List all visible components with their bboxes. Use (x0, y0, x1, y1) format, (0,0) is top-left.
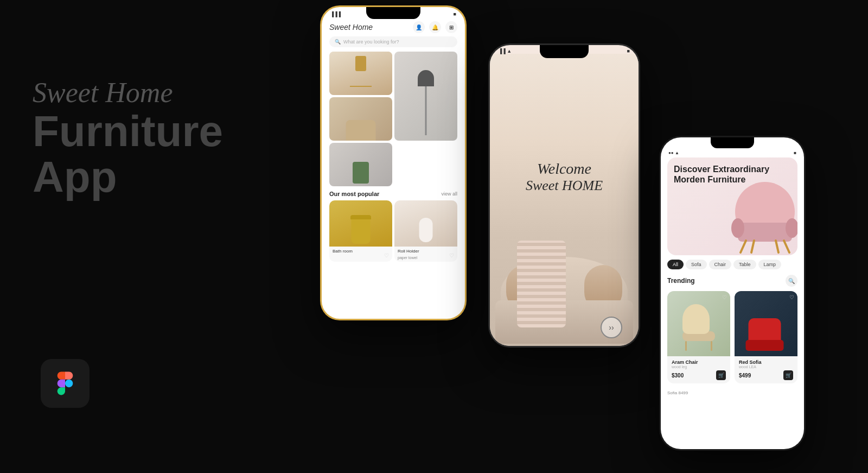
roll-product-name: Roll Holder (394, 247, 457, 256)
phone2-sweet-home-text: Sweet HOME (526, 178, 603, 194)
red-sofa-image: ♡ (735, 291, 797, 356)
search-icon: 🔍 (335, 39, 341, 45)
phone2-battery: ■ (627, 48, 630, 54)
bathroom-heart-icon[interactable]: ♡ (384, 253, 389, 258)
svg-line-4 (751, 241, 754, 253)
phone3-hero-card: Discover Extraordinary Morden Furniture (667, 157, 797, 255)
phone1-notch (366, 7, 420, 19)
brand-line1: Furniture (33, 110, 223, 153)
phone1-battery: ■ (454, 11, 456, 17)
phone3-trending-header: Trending 🔍 (661, 275, 804, 287)
sofia-badge-area: Sofia 8499 (661, 383, 804, 400)
aram-heart-icon[interactable]: ♡ (722, 294, 727, 300)
phone3-trend-cards: ♡ Aram Chair wood leg $300 🛒 (661, 291, 804, 383)
phone1-bell-icon[interactable]: 🔔 (429, 21, 441, 33)
aram-chair-shape (682, 304, 715, 351)
phone1-popular-header: Our most popular view all (322, 191, 465, 197)
grid-img-floor-lamp[interactable] (394, 52, 457, 141)
aram-sub: wood leg (672, 365, 726, 369)
phone1-signal: ▐▐▐ (330, 11, 341, 17)
sofia-sub: wood LEA (739, 365, 793, 369)
knit-blanket (517, 241, 566, 327)
phone3-signal: ●● ▲ (668, 150, 679, 155)
cat-sofa[interactable]: Sofa (686, 260, 707, 269)
phone1-search-bar[interactable]: 🔍 What are you looking for? (329, 36, 457, 47)
phone1-profile-icon[interactable]: 👤 (413, 21, 425, 33)
cat-chair[interactable]: Chair (709, 260, 732, 269)
phone1-products-grid: Bath room ♡ Roll Holder paper towel ♡ (329, 200, 457, 262)
phone1-grid-icon[interactable]: ⊞ (445, 21, 457, 33)
phone3-battery: ■ (794, 150, 796, 155)
sofia-price: $499 (739, 373, 751, 379)
sofia-heart-icon[interactable]: ♡ (789, 294, 794, 300)
grid-img-lamp[interactable] (329, 52, 392, 95)
brand-line2: App (33, 155, 223, 199)
brand-area: Sweet Home Furniture App (33, 76, 223, 199)
svg-rect-1 (738, 223, 792, 242)
phone1-title: Sweet Home (329, 23, 373, 31)
phone1-device: ▐▐▐ ■ Sweet Home 👤 🔔 ⊞ 🔍 What are you lo… (320, 5, 467, 320)
cat-all[interactable]: All (667, 260, 684, 269)
svg-point-6 (731, 218, 744, 238)
sofia-name: Red Sofia (739, 360, 793, 365)
phone2-signal: ▐▐ ▲ (499, 48, 512, 54)
phone2-background: Welcome Sweet HOME ›› (490, 54, 639, 346)
phone2-device: ▐▐ ▲ 07:00 ■ Welcome Sweet HOME ›› (488, 43, 640, 348)
bathroom-product-name: Bath room (329, 247, 392, 256)
grid-img-plant[interactable] (329, 143, 392, 186)
sofia-cart-button[interactable]: 🛒 (783, 370, 793, 380)
aram-name: Aram Chair (672, 360, 726, 365)
phone1-image-grid (329, 52, 457, 186)
aram-price: $300 (672, 373, 684, 379)
product-card-roll[interactable]: Roll Holder paper towel ♡ (394, 200, 457, 262)
phone2-notch (540, 45, 589, 58)
svg-line-5 (776, 241, 778, 253)
red-sofa-shape (749, 318, 784, 351)
brand-script: Sweet Home (33, 76, 223, 110)
aram-cart-button[interactable]: 🛒 (716, 370, 726, 380)
sofia-bottom: $499 🛒 (739, 370, 793, 380)
phone3-categories: All Sofa Chair Table Lamp (661, 260, 804, 269)
grid-img-armchair[interactable] (329, 97, 392, 141)
trending-search-icon[interactable]: 🔍 (786, 275, 797, 287)
phone2-welcome-text: Welcome (526, 160, 603, 178)
sofia-badge-label: Sofia 8499 (667, 390, 688, 395)
trend-card-sofia[interactable]: ♡ Red Sofia wood LEA $499 🛒 (735, 291, 797, 383)
view-all-link[interactable]: view all (441, 191, 457, 197)
trending-title: Trending (667, 277, 695, 285)
phone2-next-button[interactable]: ›› (601, 317, 622, 338)
phone3-device: ●● ▲ ■ Discover Extraordinary Morden Fur… (659, 136, 806, 451)
trend-card-aram[interactable]: ♡ Aram Chair wood leg $300 🛒 (667, 291, 730, 383)
svg-line-2 (741, 241, 746, 253)
product-card-bathroom[interactable]: Bath room ♡ (329, 200, 392, 262)
phone3-notch (711, 137, 754, 148)
aram-card-info: Aram Chair wood leg $300 🛒 (667, 356, 730, 383)
figma-icon (41, 359, 90, 408)
phone1-header: Sweet Home 👤 🔔 ⊞ (322, 19, 465, 36)
discover-title: Discover Extraordinary Morden Furniture (674, 164, 791, 185)
svg-line-3 (784, 241, 789, 253)
search-placeholder: What are you looking for? (343, 39, 399, 45)
sofia-card-info: Red Sofia wood LEA $499 🛒 (735, 356, 797, 383)
aram-bottom: $300 🛒 (672, 370, 726, 380)
roll-heart-icon[interactable]: ♡ (449, 253, 454, 258)
cat-table[interactable]: Table (733, 260, 756, 269)
popular-title: Our most popular (329, 191, 379, 197)
aram-chair-image: ♡ (667, 291, 730, 356)
pink-chair-visual (722, 176, 797, 255)
roll-product-sub: paper towel (394, 256, 457, 262)
cat-lamp[interactable]: Lamp (758, 260, 782, 269)
phone3-status-bar: ●● ▲ ■ (661, 148, 804, 157)
